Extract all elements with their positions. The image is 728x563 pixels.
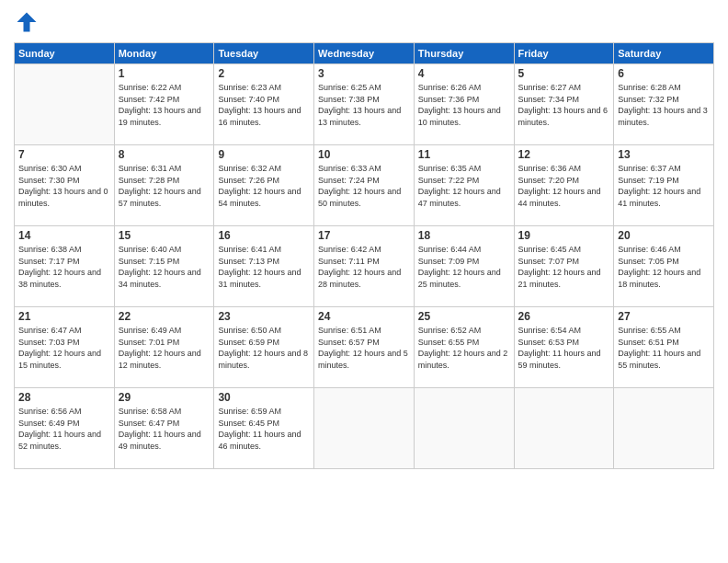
- weekday-header-row: SundayMondayTuesdayWednesdayThursdayFrid…: [15, 43, 714, 64]
- day-number: 9: [218, 148, 310, 161]
- day-info: Sunrise: 6:36 AMSunset: 7:20 PMDaylight:…: [518, 163, 610, 209]
- day-info: Sunrise: 6:27 AMSunset: 7:34 PMDaylight:…: [518, 82, 610, 128]
- day-info: Sunrise: 6:37 AMSunset: 7:19 PMDaylight:…: [618, 163, 710, 209]
- day-cell: 9Sunrise: 6:32 AMSunset: 7:26 PMDaylight…: [214, 145, 314, 226]
- logo: [14, 9, 43, 35]
- day-cell: 3Sunrise: 6:25 AMSunset: 7:38 PMDaylight…: [314, 64, 415, 145]
- day-info: Sunrise: 6:44 AMSunset: 7:09 PMDaylight:…: [418, 244, 510, 290]
- week-row-5: 28Sunrise: 6:56 AMSunset: 6:49 PMDayligh…: [15, 388, 714, 469]
- day-info: Sunrise: 6:54 AMSunset: 6:53 PMDaylight:…: [518, 325, 610, 371]
- day-cell: 2Sunrise: 6:23 AMSunset: 7:40 PMDaylight…: [214, 64, 314, 145]
- day-number: 7: [18, 148, 110, 161]
- day-info: Sunrise: 6:55 AMSunset: 6:51 PMDaylight:…: [618, 325, 710, 371]
- day-info: Sunrise: 6:50 AMSunset: 6:59 PMDaylight:…: [218, 325, 310, 371]
- day-cell: 23Sunrise: 6:50 AMSunset: 6:59 PMDayligh…: [214, 307, 314, 388]
- day-number: 6: [618, 67, 710, 80]
- day-number: 30: [218, 391, 310, 404]
- day-number: 2: [218, 67, 310, 80]
- day-number: 17: [318, 229, 410, 242]
- day-cell: [414, 388, 514, 469]
- day-cell: 11Sunrise: 6:35 AMSunset: 7:22 PMDayligh…: [414, 145, 514, 226]
- logo-icon: [14, 9, 40, 35]
- week-row-2: 7Sunrise: 6:30 AMSunset: 7:30 PMDaylight…: [15, 145, 714, 226]
- day-number: 12: [518, 148, 610, 161]
- day-cell: 30Sunrise: 6:59 AMSunset: 6:45 PMDayligh…: [214, 388, 314, 469]
- day-cell: 26Sunrise: 6:54 AMSunset: 6:53 PMDayligh…: [514, 307, 614, 388]
- day-cell: 4Sunrise: 6:26 AMSunset: 7:36 PMDaylight…: [414, 64, 514, 145]
- day-cell: 24Sunrise: 6:51 AMSunset: 6:57 PMDayligh…: [314, 307, 415, 388]
- page: SundayMondayTuesdayWednesdayThursdayFrid…: [0, 0, 728, 563]
- day-info: Sunrise: 6:22 AMSunset: 7:42 PMDaylight:…: [119, 82, 210, 128]
- day-cell: 13Sunrise: 6:37 AMSunset: 7:19 PMDayligh…: [614, 145, 714, 226]
- day-cell: 22Sunrise: 6:49 AMSunset: 7:01 PMDayligh…: [114, 307, 214, 388]
- weekday-header-monday: Monday: [114, 43, 214, 64]
- day-cell: 12Sunrise: 6:36 AMSunset: 7:20 PMDayligh…: [514, 145, 614, 226]
- day-number: 3: [318, 67, 410, 80]
- weekday-header-thursday: Thursday: [414, 43, 514, 64]
- day-cell: 15Sunrise: 6:40 AMSunset: 7:15 PMDayligh…: [114, 226, 214, 307]
- day-info: Sunrise: 6:26 AMSunset: 7:36 PMDaylight:…: [418, 82, 510, 128]
- day-info: Sunrise: 6:45 AMSunset: 7:07 PMDaylight:…: [518, 244, 610, 290]
- day-number: 27: [618, 310, 710, 323]
- day-info: Sunrise: 6:52 AMSunset: 6:55 PMDaylight:…: [418, 325, 510, 371]
- day-cell: 20Sunrise: 6:46 AMSunset: 7:05 PMDayligh…: [614, 226, 714, 307]
- day-info: Sunrise: 6:23 AMSunset: 7:40 PMDaylight:…: [218, 82, 310, 128]
- day-number: 8: [119, 148, 210, 161]
- day-cell: [614, 388, 714, 469]
- day-number: 21: [18, 310, 110, 323]
- day-number: 5: [518, 67, 610, 80]
- week-row-3: 14Sunrise: 6:38 AMSunset: 7:17 PMDayligh…: [15, 226, 714, 307]
- day-number: 15: [119, 229, 210, 242]
- day-cell: 14Sunrise: 6:38 AMSunset: 7:17 PMDayligh…: [15, 226, 115, 307]
- day-number: 19: [518, 229, 610, 242]
- day-number: 22: [119, 310, 210, 323]
- day-cell: 17Sunrise: 6:42 AMSunset: 7:11 PMDayligh…: [314, 226, 415, 307]
- day-number: 18: [418, 229, 510, 242]
- weekday-header-tuesday: Tuesday: [214, 43, 314, 64]
- day-info: Sunrise: 6:33 AMSunset: 7:24 PMDaylight:…: [318, 163, 410, 209]
- day-info: Sunrise: 6:38 AMSunset: 7:17 PMDaylight:…: [18, 244, 110, 290]
- day-cell: [314, 388, 415, 469]
- day-info: Sunrise: 6:32 AMSunset: 7:26 PMDaylight:…: [218, 163, 310, 209]
- weekday-header-friday: Friday: [514, 43, 614, 64]
- day-cell: 25Sunrise: 6:52 AMSunset: 6:55 PMDayligh…: [414, 307, 514, 388]
- day-number: 10: [318, 148, 410, 161]
- day-info: Sunrise: 6:51 AMSunset: 6:57 PMDaylight:…: [318, 325, 410, 371]
- day-info: Sunrise: 6:49 AMSunset: 7:01 PMDaylight:…: [119, 325, 210, 371]
- day-number: 28: [18, 391, 110, 404]
- day-number: 25: [418, 310, 510, 323]
- day-cell: 10Sunrise: 6:33 AMSunset: 7:24 PMDayligh…: [314, 145, 415, 226]
- day-number: 20: [618, 229, 710, 242]
- calendar: SundayMondayTuesdayWednesdayThursdayFrid…: [14, 42, 714, 469]
- day-info: Sunrise: 6:28 AMSunset: 7:32 PMDaylight:…: [618, 82, 710, 128]
- day-number: 26: [518, 310, 610, 323]
- day-cell: 18Sunrise: 6:44 AMSunset: 7:09 PMDayligh…: [414, 226, 514, 307]
- day-cell: 8Sunrise: 6:31 AMSunset: 7:28 PMDaylight…: [114, 145, 214, 226]
- weekday-header-saturday: Saturday: [614, 43, 714, 64]
- svg-marker-0: [17, 13, 37, 32]
- header: [14, 9, 714, 35]
- day-number: 14: [18, 229, 110, 242]
- day-number: 4: [418, 67, 510, 80]
- day-cell: 19Sunrise: 6:45 AMSunset: 7:07 PMDayligh…: [514, 226, 614, 307]
- day-info: Sunrise: 6:59 AMSunset: 6:45 PMDaylight:…: [218, 406, 310, 452]
- day-number: 29: [119, 391, 210, 404]
- day-info: Sunrise: 6:40 AMSunset: 7:15 PMDaylight:…: [119, 244, 210, 290]
- day-info: Sunrise: 6:35 AMSunset: 7:22 PMDaylight:…: [418, 163, 510, 209]
- day-info: Sunrise: 6:30 AMSunset: 7:30 PMDaylight:…: [18, 163, 110, 209]
- day-cell: 28Sunrise: 6:56 AMSunset: 6:49 PMDayligh…: [15, 388, 115, 469]
- day-number: 11: [418, 148, 510, 161]
- day-number: 13: [618, 148, 710, 161]
- day-cell: 5Sunrise: 6:27 AMSunset: 7:34 PMDaylight…: [514, 64, 614, 145]
- day-info: Sunrise: 6:25 AMSunset: 7:38 PMDaylight:…: [318, 82, 410, 128]
- day-info: Sunrise: 6:46 AMSunset: 7:05 PMDaylight:…: [618, 244, 710, 290]
- day-info: Sunrise: 6:41 AMSunset: 7:13 PMDaylight:…: [218, 244, 310, 290]
- day-cell: 6Sunrise: 6:28 AMSunset: 7:32 PMDaylight…: [614, 64, 714, 145]
- day-info: Sunrise: 6:56 AMSunset: 6:49 PMDaylight:…: [18, 406, 110, 452]
- day-number: 23: [218, 310, 310, 323]
- day-info: Sunrise: 6:47 AMSunset: 7:03 PMDaylight:…: [18, 325, 110, 371]
- weekday-header-sunday: Sunday: [15, 43, 115, 64]
- day-info: Sunrise: 6:31 AMSunset: 7:28 PMDaylight:…: [119, 163, 210, 209]
- day-number: 16: [218, 229, 310, 242]
- day-cell: [15, 64, 115, 145]
